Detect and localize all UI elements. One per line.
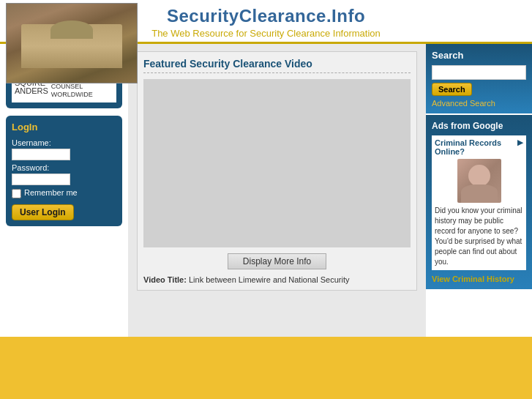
search-box: Search Search Advanced Search bbox=[426, 44, 532, 113]
password-input[interactable] bbox=[12, 174, 70, 185]
ad-inner[interactable]: Criminal Records Online? ▶ Did you know … bbox=[432, 135, 526, 270]
advanced-search-link[interactable]: Advanced Search bbox=[432, 99, 526, 108]
featured-video-box: Featured Security Clearance Video Displa… bbox=[137, 51, 417, 291]
header-image bbox=[6, 3, 138, 83]
remember-me-row: Remember me bbox=[12, 188, 116, 198]
username-label: Username: bbox=[12, 138, 116, 147]
search-title: Search bbox=[432, 50, 526, 61]
right-sidebar: Search Search Advanced Search Ads from G… bbox=[426, 44, 532, 337]
ad-arrow-icon: ▶ bbox=[517, 138, 523, 146]
search-button[interactable]: Search bbox=[432, 83, 472, 96]
ads-box: Ads from Google Criminal Records Online?… bbox=[426, 115, 532, 289]
remember-me-label: Remember me bbox=[24, 188, 78, 197]
video-label: Video Title: bbox=[143, 275, 187, 284]
video-title-text: Link between Limewire and National Secur… bbox=[189, 275, 350, 284]
ad-image bbox=[457, 159, 501, 203]
search-input[interactable] bbox=[432, 65, 526, 80]
ads-title: Ads from Google bbox=[432, 121, 526, 131]
video-title-line: Video Title: Link between Limewire and N… bbox=[143, 275, 411, 284]
login-title: LogIn bbox=[12, 122, 116, 133]
video-placeholder bbox=[143, 79, 411, 247]
display-more-button[interactable]: Display More Info bbox=[228, 253, 326, 269]
left-sidebar: Find an Expert! SQUIRE ANDERS LEGAL COUN… bbox=[0, 44, 128, 337]
ad-title-text: Criminal Records Online? bbox=[435, 138, 501, 156]
login-box: LogIn Username: Password: Remember me Us… bbox=[6, 116, 122, 226]
page-wrapper: SecurityClearance.Info The Web Resource … bbox=[0, 0, 532, 337]
center-content: Featured Security Clearance Video Displa… bbox=[128, 44, 426, 337]
password-label: Password: bbox=[12, 163, 116, 172]
remember-me-checkbox[interactable] bbox=[12, 189, 21, 198]
view-criminal-history-link[interactable]: View Criminal History bbox=[432, 275, 526, 283]
ad-description-text: Did you know your criminal history may b… bbox=[435, 206, 523, 267]
username-input[interactable] bbox=[12, 149, 70, 160]
user-login-button[interactable]: User Login bbox=[12, 204, 74, 220]
ad-inner-title: Criminal Records Online? ▶ bbox=[435, 138, 523, 156]
main-wrapper: Find an Expert! SQUIRE ANDERS LEGAL COUN… bbox=[0, 44, 532, 337]
site-header: SecurityClearance.Info The Web Resource … bbox=[0, 0, 532, 44]
featured-video-title: Featured Security Clearance Video bbox=[143, 58, 411, 73]
